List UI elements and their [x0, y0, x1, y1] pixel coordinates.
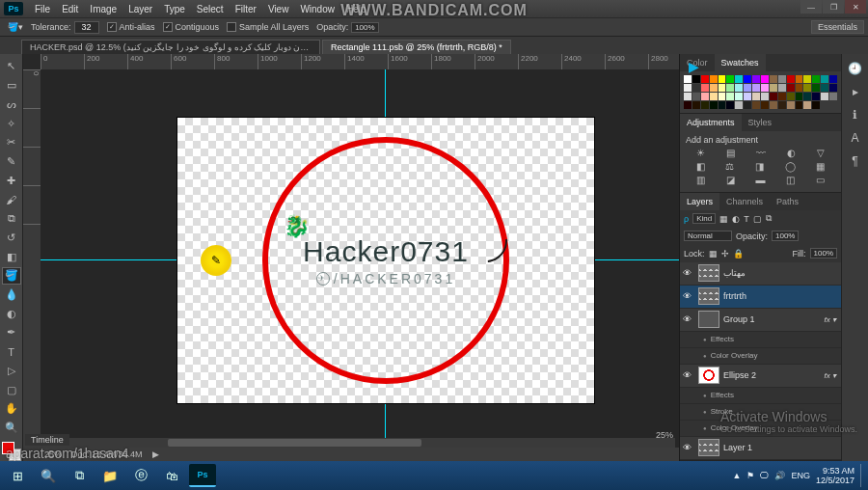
swatch[interactable] [803, 75, 811, 83]
play-icon[interactable]: ▶ [681, 56, 706, 77]
swatch[interactable] [812, 101, 820, 109]
swatch[interactable] [796, 101, 803, 109]
type-tool[interactable]: T [2, 343, 21, 361]
filter-img-icon[interactable]: ▦ [719, 214, 728, 224]
layers-tab[interactable]: Layers [680, 193, 719, 210]
window-restore[interactable]: ❐ [823, 0, 844, 14]
swatch[interactable] [821, 84, 828, 92]
swatch[interactable] [684, 84, 692, 92]
magic-wand-tool[interactable]: ✧ [2, 115, 21, 132]
adj-lookup[interactable]: ▥ [696, 175, 705, 185]
swatch[interactable] [787, 93, 795, 100]
task-view-icon[interactable]: ⧉ [66, 464, 93, 487]
swatch[interactable] [787, 101, 795, 109]
adj-thresh[interactable]: ◫ [786, 175, 795, 185]
lock-pixels-icon[interactable]: ▦ [709, 249, 718, 259]
swatch[interactable] [803, 93, 811, 100]
menu-select[interactable]: Select [191, 4, 230, 14]
swatch[interactable] [770, 75, 777, 83]
history-brush-tool[interactable]: ↺ [2, 229, 21, 246]
lasso-tool[interactable]: ᔕ [2, 95, 21, 113]
swatch[interactable] [787, 84, 795, 92]
visibility-icon[interactable]: 👁 [683, 314, 694, 324]
swatch[interactable] [796, 93, 803, 100]
adj-curves[interactable]: 〰 [756, 148, 766, 158]
eraser-tool[interactable]: ◧ [2, 248, 21, 265]
swatch[interactable] [735, 101, 743, 109]
filter-adj-icon[interactable]: ◐ [732, 214, 740, 224]
move-tool[interactable]: ↖ [2, 58, 21, 75]
swatch[interactable] [719, 84, 726, 92]
layer-row[interactable]: 👁frtrtrth [680, 286, 841, 309]
swatch[interactable] [692, 84, 700, 92]
adj-brightness[interactable]: ☀ [696, 148, 705, 158]
blend-mode[interactable]: Normal [684, 231, 732, 241]
swatch[interactable] [744, 84, 751, 92]
layer-row[interactable]: 👁Layer 1 [680, 437, 841, 460]
swatch[interactable] [821, 75, 828, 83]
hand-tool[interactable]: ✋ [2, 400, 21, 418]
swatch[interactable] [761, 93, 769, 100]
swatch[interactable] [770, 101, 777, 109]
swatch[interactable] [710, 75, 718, 83]
swatch[interactable] [752, 84, 760, 92]
visibility-icon[interactable]: 👁 [683, 443, 694, 452]
start-menu[interactable]: ⊞ [4, 464, 31, 487]
swatch[interactable] [735, 84, 743, 92]
menu-window[interactable]: Window [294, 4, 340, 14]
clock[interactable]: 9:53 AM12/5/2017 [816, 466, 854, 485]
menu-help[interactable]: Help [340, 4, 372, 14]
language-indicator[interactable]: ENG [791, 471, 810, 480]
actions-icon[interactable]: ▸ [853, 85, 858, 98]
status-arrow[interactable]: ▶ [152, 449, 159, 459]
swatch[interactable] [778, 101, 786, 109]
visibility-icon[interactable]: 👁 [683, 268, 694, 278]
swatch[interactable] [812, 84, 820, 92]
swatch[interactable] [710, 101, 718, 109]
swatch[interactable] [719, 75, 726, 83]
swatch[interactable] [735, 93, 743, 100]
opacity-value[interactable]: 100% [351, 22, 378, 33]
swatch[interactable] [701, 101, 709, 109]
swatch[interactable] [752, 75, 760, 83]
styles-tab[interactable]: Styles [742, 114, 779, 131]
swatch[interactable] [726, 75, 734, 83]
fill-value[interactable]: 100% [810, 248, 837, 259]
stage[interactable]: 🐉 Hacker0731 ✈ /HACKER0731 ✎ [41, 69, 679, 448]
scrollbar-h[interactable] [41, 438, 675, 448]
contiguous-checkbox[interactable]: ✓ [163, 22, 173, 32]
tray-arrow-icon[interactable]: ▲ [733, 471, 742, 480]
filter-smart-icon[interactable]: ⧉ [766, 213, 772, 224]
channels-tab[interactable]: Channels [719, 193, 770, 210]
tray-display-icon[interactable]: 🖵 [760, 471, 769, 480]
tolerance-input[interactable] [74, 21, 99, 34]
brush-tool[interactable]: 🖌 [2, 191, 21, 208]
swatch[interactable] [726, 84, 734, 92]
swatch[interactable] [692, 93, 700, 100]
photoshop-taskbar-icon[interactable]: Ps [189, 464, 216, 487]
swatch[interactable] [684, 93, 692, 100]
window-close[interactable]: ✕ [845, 0, 866, 14]
healing-tool[interactable]: ✚ [2, 172, 21, 189]
swatch[interactable] [744, 75, 751, 83]
layer-row[interactable]: ●Effects [680, 332, 841, 348]
shape-tool[interactable]: ▢ [2, 381, 21, 398]
menu-file[interactable]: File [29, 4, 56, 14]
swatch[interactable] [796, 75, 803, 83]
fx-icon[interactable]: fx ▾ [825, 371, 836, 380]
swatch[interactable] [778, 93, 786, 100]
adj-balance[interactable]: ⚖ [725, 161, 734, 172]
layer-row[interactable]: ●Stroke [680, 404, 841, 421]
zoom-tool[interactable]: 🔍 [2, 420, 21, 437]
layer-row[interactable]: 👁Group 1fx ▾ [680, 309, 841, 332]
character-icon[interactable]: A [851, 131, 858, 145]
swatch[interactable] [829, 84, 837, 92]
visibility-icon[interactable]: 👁 [683, 370, 694, 380]
swatch[interactable] [829, 75, 837, 83]
color-swatch[interactable] [2, 442, 21, 461]
workspace-selector[interactable]: Essentials [811, 20, 864, 34]
window-minimize[interactable]: — [800, 0, 822, 14]
adj-invert[interactable]: ◪ [726, 175, 735, 185]
swatch[interactable] [726, 93, 734, 100]
swatch[interactable] [684, 101, 692, 109]
